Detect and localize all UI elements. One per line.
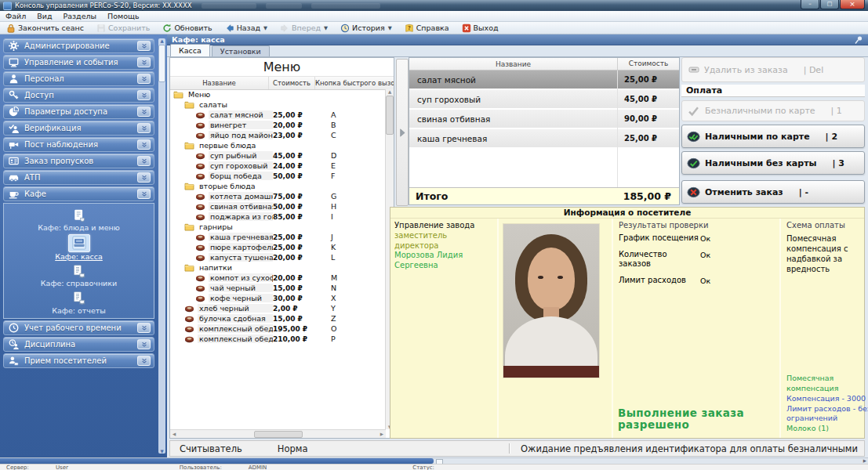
order-row[interactable]: суп гороховый 45,00 ₽ — [409, 90, 679, 108]
menu-tree-row[interactable]: чай черный 15,00 ₽ N — [170, 283, 386, 293]
menu-tree-row[interactable]: кофе черный 30,00 ₽ X — [170, 293, 386, 303]
chevron-down-icon[interactable] — [137, 41, 151, 51]
chevron-down-icon[interactable] — [137, 107, 151, 117]
sidebar-group[interactable]: Кафе — [3, 186, 154, 201]
menu-tree-row[interactable]: суп рыбный 45,00 ₽ D — [170, 150, 386, 161]
menu-tree-row[interactable]: комплексный обед №1 195,00 ₽ O — [170, 324, 386, 334]
sidebar-item-cafe[interactable]: Кафе: справочники — [4, 262, 154, 287]
menu-item[interactable]: Файл — [0, 12, 31, 20]
sidebar-group[interactable]: Прием посетителей — [3, 353, 154, 368]
scrollbar-thumb[interactable] — [254, 431, 303, 438]
scrollbar-thumb[interactable] — [158, 45, 165, 82]
scrollbar-thumb[interactable] — [386, 96, 394, 135]
sidebar-group[interactable]: Учет рабочего времени — [3, 320, 154, 335]
toolbar-button[interactable]: Выход ▼ — [456, 22, 505, 34]
menu-horizontal-scrollbar[interactable] — [170, 429, 386, 438]
pin-icon[interactable] — [854, 35, 863, 45]
chevron-down-icon[interactable] — [137, 90, 151, 100]
remove-from-order-button[interactable]: Удалить из заказа | Del — [681, 57, 865, 82]
menu-tree-row[interactable]: яйцо под майонезом 23,00 ₽ C — [170, 130, 386, 140]
payment-button[interactable]: Наличными по карте | 2 — [681, 125, 865, 148]
toolbar-button[interactable]: История ▼ — [334, 22, 398, 34]
toolbar-button[interactable]: Сохранить ▼ — [90, 22, 156, 34]
chevron-down-icon[interactable] — [137, 339, 151, 349]
chevron-down-icon[interactable] — [137, 156, 151, 166]
scroll-right-icon[interactable] — [863, 458, 866, 463]
menu-tree-row[interactable]: первые блюда — [170, 140, 386, 150]
add-to-order-button[interactable] — [396, 59, 409, 206]
toolbar-button[interactable]: Назад ▼ — [219, 22, 274, 34]
menu-tree-row[interactable]: салаты — [170, 99, 386, 110]
scroll-right-icon[interactable] — [380, 432, 383, 436]
toolbar-button[interactable]: Обновить ▼ — [156, 22, 218, 34]
cafe-item-icon — [68, 234, 90, 252]
menu-item[interactable]: Вид — [31, 12, 57, 20]
tab[interactable]: Установки — [212, 45, 270, 56]
chevron-down-icon[interactable] — [137, 189, 151, 199]
chevron-down-icon[interactable] — [137, 74, 151, 84]
toolbar-button[interactable]: Вперед ▼ — [274, 22, 334, 34]
minimize-button[interactable] — [801, 0, 819, 9]
chevron-down-icon[interactable] — [137, 323, 151, 333]
menu-tree-row[interactable]: капуста тушеная с ов. 20,00 ₽ L — [170, 252, 386, 262]
payment-button[interactable]: Отменить заказ | - — [681, 180, 865, 204]
dropdown-arrow-icon[interactable]: ▼ — [263, 25, 267, 31]
menu-tree-row[interactable]: поджарка из говядины 85,00 ₽ I — [170, 212, 386, 222]
menu-tree-row[interactable]: комплексный обед №2 210,00 ₽ P — [170, 334, 386, 344]
sidebar-group[interactable]: Управление и события — [3, 55, 154, 70]
order-row[interactable]: свиная отбивная 90,00 ₽ — [409, 110, 679, 128]
scroll-up-icon[interactable] — [160, 38, 163, 43]
menu-tree-row[interactable]: булочка сдобная 15,00 ₽ Z — [170, 313, 386, 324]
sidebar-item-cafe[interactable]: Кафе: блюда и меню — [4, 207, 154, 232]
order-row[interactable]: салат мясной 25,00 ₽ — [409, 70, 679, 89]
order-row[interactable]: каша гречневая 25,00 ₽ — [409, 129, 679, 147]
chevron-down-icon[interactable] — [137, 57, 151, 67]
close-button[interactable] — [840, 0, 865, 9]
scroll-up-icon[interactable] — [388, 89, 391, 94]
maximize-button[interactable] — [820, 0, 839, 9]
dropdown-arrow-icon[interactable]: ▼ — [388, 25, 392, 31]
scrollbar-thumb[interactable] — [0, 458, 434, 464]
menu-tree-row[interactable]: винегрет 20,00 ₽ B — [170, 120, 386, 130]
sidebar-group[interactable]: Параметры доступа — [3, 104, 154, 119]
menu-item[interactable]: Помощь — [102, 12, 144, 20]
menu-tree-row[interactable]: Меню — [170, 89, 386, 99]
tab[interactable]: Касса — [170, 44, 210, 56]
sidebar-group[interactable]: Дисциплина — [3, 337, 154, 352]
sidebar-scrollbar[interactable] — [158, 38, 165, 454]
menu-tree-row[interactable]: компот из сухофруктов 20,00 ₽ M — [170, 273, 386, 283]
sidebar-group[interactable]: Администрирование — [3, 38, 154, 53]
chevron-down-icon[interactable] — [137, 139, 151, 150]
sidebar-group[interactable]: Пост наблюдения — [3, 137, 154, 152]
sidebar-group[interactable]: Верификация — [3, 121, 154, 136]
bottom-scrollbar[interactable] — [0, 457, 868, 464]
sidebar-item-cafe[interactable]: Кафе: отчеты — [4, 290, 154, 315]
chevron-down-icon[interactable] — [137, 356, 151, 366]
menu-tree-row[interactable]: салат мясной 25,00 ₽ A — [170, 110, 386, 120]
menu-tree-row[interactable]: котлета домашняя 75,00 ₽ G — [170, 191, 386, 201]
scroll-left-icon[interactable] — [173, 432, 176, 436]
sidebar-group[interactable]: Доступ — [3, 88, 154, 103]
payment-button[interactable]: Безналичными по карте | 1 — [681, 100, 865, 121]
menu-tree-row[interactable]: вторые блюда — [170, 181, 386, 191]
menu-tree-row[interactable]: свиная отбивная 50,00 ₽ H — [170, 201, 386, 212]
chevron-down-icon[interactable] — [137, 172, 151, 183]
payment-button[interactable]: Наличными без карты | 3 — [681, 151, 865, 175]
menu-tree-row[interactable]: суп гороховый 24,00 ₽ E — [170, 161, 386, 171]
sidebar-group[interactable]: АТП — [3, 170, 154, 185]
sidebar-group[interactable]: Заказ пропусков — [3, 154, 154, 168]
sidebar-item-cafe[interactable]: Кафе: касса — [4, 234, 154, 261]
dropdown-arrow-icon[interactable]: ▼ — [324, 25, 328, 31]
toolbar-button[interactable]: Закончить сеанс ▼ — [0, 22, 90, 34]
toolbar-button[interactable]: ? Справка ▼ — [398, 22, 456, 34]
chevron-down-icon[interactable] — [137, 123, 151, 133]
menu-tree-row[interactable]: хлеб черный 2,00 ₽ Y — [170, 303, 386, 313]
scroll-down-icon[interactable] — [160, 449, 163, 454]
sidebar-group[interactable]: Персонал — [3, 71, 154, 86]
menu-item[interactable]: Разделы — [58, 12, 103, 20]
menu-tree-row[interactable]: борщ победа 50,00 ₽ F — [170, 171, 386, 181]
menu-tree-row[interactable]: напитки — [170, 262, 386, 273]
menu-tree-row[interactable]: каша гречневая 25,00 ₽ J — [170, 232, 386, 242]
menu-tree-row[interactable]: гарниры — [170, 222, 386, 232]
menu-tree-row[interactable]: пюре картофельное 25,00 ₽ K — [170, 242, 386, 252]
